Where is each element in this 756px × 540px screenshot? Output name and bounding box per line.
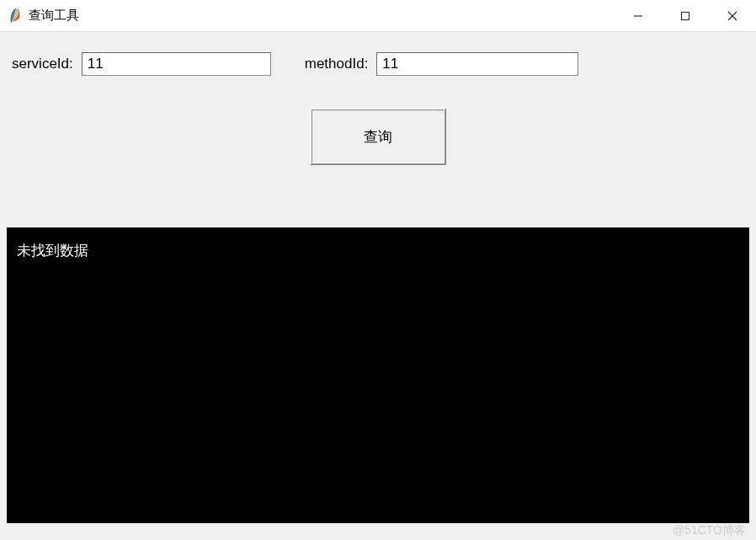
svg-rect-1 <box>682 12 689 19</box>
result-message: 未找到数据 <box>17 243 88 259</box>
close-button[interactable] <box>709 0 756 31</box>
app-icon <box>7 6 24 26</box>
service-id-input[interactable] <box>82 52 271 76</box>
titlebar-left: 查询工具 <box>0 6 79 26</box>
method-id-group: methodId: <box>305 52 579 76</box>
service-id-label: serviceId: <box>12 56 73 72</box>
form-area: serviceId: methodId: <box>0 32 756 76</box>
maximize-button[interactable] <box>662 0 709 31</box>
service-id-group: serviceId: <box>12 52 271 76</box>
minimize-button[interactable] <box>615 0 662 31</box>
titlebar: 查询工具 <box>0 0 756 32</box>
watermark: @51CTO博客 <box>673 523 746 538</box>
window-controls <box>615 0 756 31</box>
result-output: 未找到数据 <box>7 227 749 523</box>
window-title: 查询工具 <box>29 8 79 24</box>
button-area: 查询 <box>0 108 756 165</box>
query-button[interactable]: 查询 <box>310 108 446 165</box>
method-id-input[interactable] <box>376 52 578 76</box>
method-id-label: methodId: <box>305 56 369 72</box>
